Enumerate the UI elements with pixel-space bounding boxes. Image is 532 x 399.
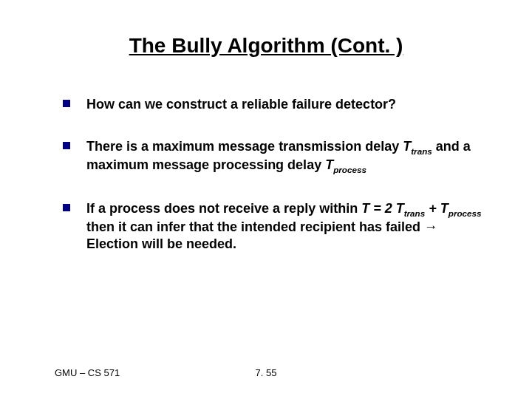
bullet-item-1: How can we construct a reliable failure … xyxy=(63,96,488,113)
bullet-marker-icon xyxy=(63,142,70,149)
bullet-text: If a process does not receive a reply wi… xyxy=(86,200,488,252)
bullet-text: How can we construct a reliable failure … xyxy=(86,96,488,113)
text-run: If a process does not receive a reply wi… xyxy=(86,201,361,216)
bullet-marker-icon xyxy=(63,204,70,211)
text-run: Election will be needed. xyxy=(86,236,236,251)
sub-trans: trans xyxy=(404,208,426,218)
formula: T = 2 T xyxy=(361,201,404,216)
footer-page-number: 7. 55 xyxy=(0,367,532,378)
bullet-item-3: If a process does not receive a reply wi… xyxy=(63,200,488,252)
arrow-icon: → xyxy=(424,219,437,234)
formula: + T xyxy=(425,201,449,216)
slide-body: How can we construct a reliable failure … xyxy=(63,96,488,277)
bullet-text: There is a maximum message transmission … xyxy=(86,138,488,175)
text-run: There is a maximum message transmission … xyxy=(86,139,403,154)
var-T: T xyxy=(403,139,411,154)
sub-process: process xyxy=(449,208,482,218)
bullet-marker-icon xyxy=(63,100,70,107)
sub-trans: trans xyxy=(411,146,432,155)
var-T: T xyxy=(325,157,333,172)
text-run: then it can infer that the intended reci… xyxy=(86,219,424,234)
bullet-item-2: There is a maximum message transmission … xyxy=(63,138,488,175)
sub-process: process xyxy=(333,164,366,174)
slide-title: The Bully Algorithm (Cont. ) xyxy=(0,34,532,58)
slide: The Bully Algorithm (Cont. ) How can we … xyxy=(0,0,532,399)
